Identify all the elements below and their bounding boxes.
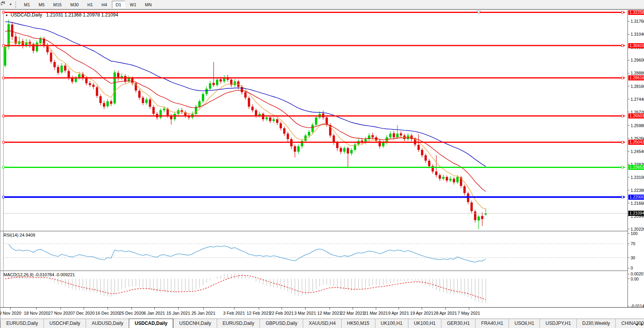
price-level-badge: 1.30415 [628, 43, 644, 48]
tab-usdcnh-daily[interactable]: USDCNH,Daily [173, 319, 216, 328]
tab-eurusd-daily[interactable]: EURUSD,Daily [217, 319, 260, 328]
price-tick-label: 1.27440 [631, 97, 644, 102]
macd-pane[interactable]: MACD(12,26,9) -0.010784 -0.009221 [0, 271, 628, 307]
price-tick [628, 125, 629, 126]
price-tick [628, 190, 629, 190]
price-tick [628, 99, 629, 99]
chart-symbol-label: USDCAD,Daily [11, 12, 42, 18]
tabs-scroll-right-icon[interactable]: ▸ [641, 322, 643, 326]
main-chart-pane[interactable]: ▼USDCAD,Daily1.21031 1.21368 1.20978 1.2… [0, 10, 628, 231]
tab-fra40-h1[interactable]: FRA40,H1 [475, 319, 509, 328]
chart-ohlc-values: 1.21031 1.21368 1.20978 1.21094 [46, 12, 119, 18]
date-tick-label: 15 Jan 2021 [166, 311, 190, 315]
date-tick-label: 16 Dec 2020 [95, 311, 120, 315]
chart-window: ▼USDCAD,Daily1.21031 1.21368 1.20978 1.2… [0, 9, 644, 328]
rsi-tick [628, 268, 629, 268]
price-level-badge: 1.23653 [628, 165, 644, 170]
date-tick-label: 25 Dec 2020 [119, 311, 144, 315]
price-level-badge: 1.26503 [628, 113, 644, 118]
price-tick-label: 1.25980 [631, 123, 644, 128]
rsi-tick-label: 30 [631, 255, 635, 260]
date-tick [282, 308, 282, 310]
tab-uk100-h1[interactable]: UK100,H1 [375, 319, 408, 328]
tab-usdchf-daily[interactable]: USDCHF,Daily [44, 319, 86, 328]
date-axis[interactable]: 9 Nov 202018 Nov 202027 Nov 20207 Dec 20… [0, 307, 644, 319]
rsi-canvas[interactable] [0, 231, 628, 270]
date-tick [399, 308, 399, 310]
rsi-tick [628, 244, 629, 244]
tab-scroll-arrows: ◂ ▸ [633, 322, 643, 327]
macd-tick [628, 306, 629, 306]
rsi-tick [628, 257, 629, 258]
price-tick [628, 86, 629, 86]
price-tick-label: 1.23100 [631, 175, 644, 180]
rsi-tick-label: 70 [631, 241, 635, 246]
date-tick-label: 3 Feb 2021 [223, 311, 245, 315]
date-tick-label: 12 Mar 2021 [317, 311, 342, 315]
tab-audusd-daily[interactable]: AUDUSD,Daily [86, 319, 129, 328]
rsi-tick-label: 0 [631, 266, 633, 270]
date-tick [353, 308, 353, 310]
price-tick [628, 164, 629, 164]
date-tick-label: 28 Apr 2021 [434, 311, 457, 315]
price-tick-label: 1.24540 [631, 149, 644, 154]
tab-uk100-h1[interactable]: UK100,H1 [408, 319, 441, 328]
date-tick [132, 308, 132, 310]
timeframe-button-d1[interactable]: D1 [112, 1, 125, 8]
dropdown-caret-icon[interactable]: ▼ [8, 3, 13, 6]
date-tick [259, 308, 259, 310]
date-tick-label: 6 Jan 2021 [144, 311, 165, 315]
date-tick-label: 31 Mar 2021 [364, 311, 388, 315]
date-tick [108, 308, 108, 310]
date-tick [203, 308, 204, 310]
chart-tabs: EURUSD,DailyUSDCHF,DailyAUDUSD,DailyUSDC… [1, 319, 644, 328]
macd-tick [628, 279, 629, 279]
date-tick-label: 22 Mar 2021 [340, 311, 365, 315]
timeframe-button-m15[interactable]: M15 [49, 1, 66, 8]
tab-usdjpy-h1[interactable]: USDJPY,H1 [540, 319, 576, 328]
date-tick [234, 308, 234, 310]
timeframe-button-m5[interactable]: M5 [35, 1, 48, 8]
date-tick-label: 3 Mar 2021 [294, 311, 316, 315]
main-chart-canvas[interactable] [0, 10, 628, 231]
tab-dj30-weekly[interactable]: DJ30,Weekly [576, 319, 615, 328]
timeframe-button-mn[interactable]: MN [141, 1, 156, 8]
tabs-scroll-left-icon[interactable]: ◂ [635, 322, 638, 326]
tab-xauusd-h4[interactable]: XAUUSD,H4 [303, 319, 341, 328]
rsi-label: RSI(14) 24.9409 [4, 233, 35, 237]
collapse-arrow-icon[interactable]: ▼ [5, 14, 8, 17]
timeframe-button-h4[interactable]: H4 [97, 1, 111, 8]
chart-cursor-icon[interactable] [1, 1, 8, 8]
timeframe-button-h1[interactable]: H1 [83, 1, 97, 8]
date-tick [60, 308, 61, 310]
chart-tab-bar: EURUSD,DailyUSDCHF,DailyAUDUSD,DailyUSDC… [0, 319, 644, 328]
price-axis[interactable]: 1.317601.310401.303201.296001.288801.281… [628, 10, 644, 307]
tab-usdcad-daily[interactable]: USDCAD,Daily [129, 319, 173, 328]
date-tick [376, 308, 376, 310]
toolbar-grip [15, 2, 16, 8]
date-tick [329, 308, 330, 310]
top-toolbar: ▼ M1M5M15M30H1H4D1W1MN [0, 0, 644, 9]
date-tick-label: 7 May 2021 [457, 311, 480, 315]
tab-usoil-h1[interactable]: USOil,H1 [509, 319, 540, 328]
price-level-badge: 1.25043 [628, 140, 644, 145]
date-tick [305, 308, 306, 310]
date-tick [84, 308, 84, 310]
price-tick-label: 1.31760 [631, 19, 644, 24]
timeframe-button-m30[interactable]: M30 [66, 1, 82, 8]
rsi-pane[interactable]: RSI(14) 24.9409 [0, 231, 628, 270]
price-tick [628, 177, 629, 177]
macd-tick [628, 274, 629, 274]
price-tick [628, 138, 629, 138]
macd-canvas[interactable] [0, 271, 628, 307]
date-tick [10, 308, 11, 310]
timeframe-button-m1[interactable]: M1 [20, 1, 34, 8]
tab-gbpusd-daily[interactable]: GBPUSD,Daily [260, 319, 303, 328]
date-tick-label: 22 Feb 2021 [269, 311, 294, 315]
timeframe-button-w1[interactable]: W1 [126, 1, 141, 8]
tab-ger30-h1[interactable]: GER30,H1 [441, 319, 475, 328]
tab-hk50-m15[interactable]: HK50,M15 [341, 319, 375, 328]
price-tick [628, 73, 629, 73]
tab-eurusd-daily[interactable]: EURUSD,Daily [1, 319, 44, 328]
price-tick [628, 21, 629, 22]
